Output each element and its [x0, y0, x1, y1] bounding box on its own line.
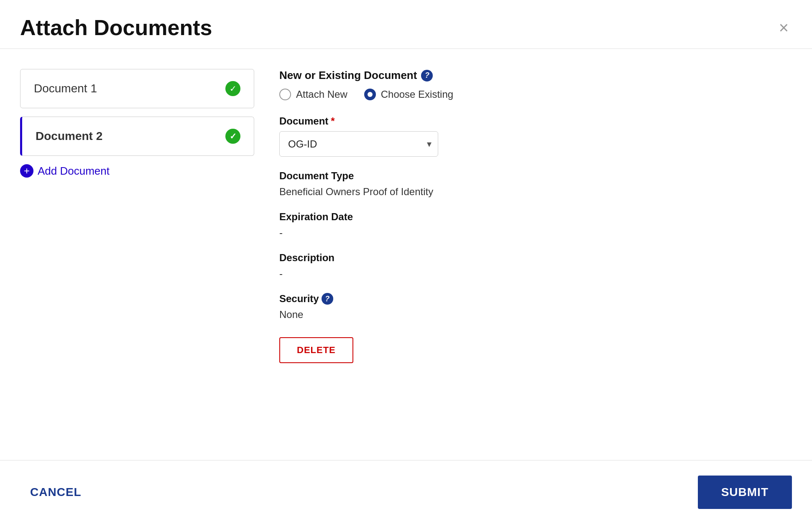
expiration-date-label: Expiration Date [279, 211, 792, 223]
right-panel: New or Existing Document ? Attach New Ch… [279, 69, 792, 447]
submit-button[interactable]: SUBMIT [698, 476, 792, 509]
document-select[interactable]: OG-ID [279, 131, 438, 157]
modal-header: Attach Documents × [0, 0, 812, 49]
document-select-wrapper: OG-ID ▾ [279, 131, 438, 157]
new-or-existing-section: New or Existing Document ? Attach New Ch… [279, 69, 792, 100]
document-1-check-icon: ✓ [225, 81, 240, 96]
attach-new-label: Attach New [296, 89, 347, 100]
modal-body: Document 1 ✓ Document 2 ✓ + Add Document… [0, 49, 812, 460]
expiration-date-value: - [279, 227, 792, 239]
new-or-existing-label: New or Existing Document ? [279, 69, 792, 82]
choose-existing-option[interactable]: Choose Existing [364, 89, 453, 100]
choose-existing-label: Choose Existing [381, 89, 453, 100]
security-section: Security ? None [279, 293, 792, 321]
description-value: - [279, 268, 792, 280]
document-field-section: Document * OG-ID ▾ [279, 115, 792, 157]
radio-group: Attach New Choose Existing [279, 89, 792, 100]
document-1-label: Document 1 [34, 82, 97, 95]
add-document-label: Add Document [38, 165, 110, 178]
new-or-existing-help-icon[interactable]: ? [421, 70, 433, 81]
description-label: Description [279, 252, 792, 264]
attach-documents-modal: Attach Documents × Document 1 ✓ Document… [0, 0, 812, 524]
required-star: * [331, 115, 335, 127]
description-section: Description - [279, 252, 792, 280]
choose-existing-radio[interactable] [364, 89, 376, 100]
document-2-label: Document 2 [36, 130, 102, 143]
security-help-icon[interactable]: ? [322, 293, 333, 305]
cancel-button[interactable]: CANCEL [20, 479, 92, 506]
document-field-label: Document * [279, 115, 792, 127]
modal-footer: CANCEL SUBMIT [0, 460, 812, 524]
left-panel: Document 1 ✓ Document 2 ✓ + Add Document [20, 69, 254, 447]
modal-title: Attach Documents [20, 15, 212, 40]
attach-new-radio[interactable] [279, 89, 291, 100]
document-type-section: Document Type Beneficial Owners Proof of… [279, 170, 792, 198]
document-type-value: Beneficial Owners Proof of Identity [279, 186, 792, 198]
security-label: Security ? [279, 293, 792, 305]
document-type-label: Document Type [279, 170, 792, 182]
document-item-2[interactable]: Document 2 ✓ [20, 117, 254, 156]
add-document-button[interactable]: + Add Document [20, 164, 110, 178]
expiration-date-section: Expiration Date - [279, 211, 792, 239]
add-icon: + [20, 164, 33, 178]
security-value: None [279, 309, 792, 321]
document-2-check-icon: ✓ [225, 129, 240, 144]
delete-button[interactable]: DELETE [279, 337, 353, 363]
attach-new-option[interactable]: Attach New [279, 89, 347, 100]
document-item-1[interactable]: Document 1 ✓ [20, 69, 254, 108]
close-button[interactable]: × [776, 16, 792, 39]
